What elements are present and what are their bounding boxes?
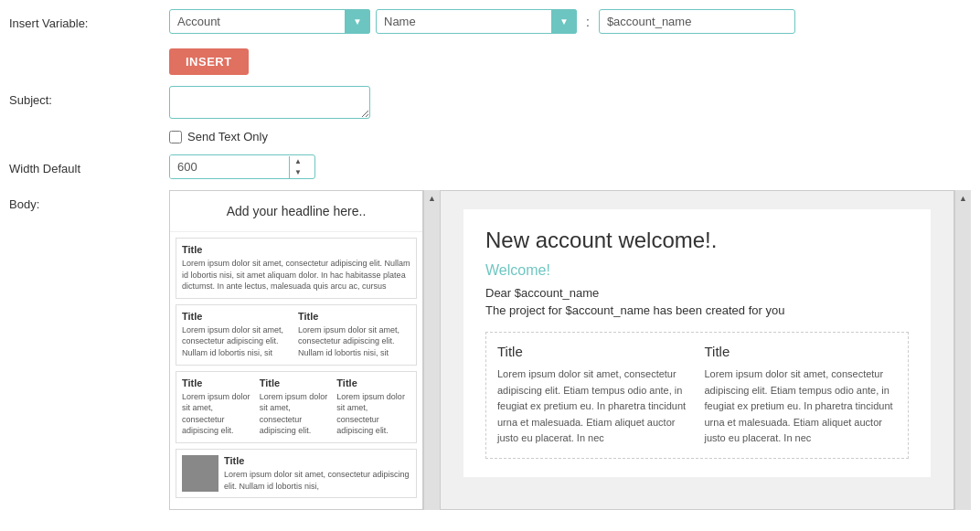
preview-col-right-text: Lorem ipsum dolor sit amet, consectetur … bbox=[705, 366, 898, 447]
spinner-up-button[interactable]: ▲ bbox=[290, 156, 306, 167]
template-item-single[interactable]: Title Lorem ipsum dolor sit amet, consec… bbox=[176, 238, 417, 299]
page-wrapper: Insert Variable: Account Contact User Pr… bbox=[0, 0, 980, 531]
template-img-text-text: Lorem ipsum dolor sit amet, consectetur … bbox=[224, 469, 410, 492]
preview-col-left: Title Lorem ipsum dolor sit amet, consec… bbox=[497, 344, 690, 447]
template-two-col-right-title: Title bbox=[298, 311, 410, 322]
template-item-three-col[interactable]: Title Lorem ipsum dolor sit amet, consec… bbox=[176, 371, 417, 443]
template-three-col-3: Title Lorem ipsum dolor sit amet, consec… bbox=[336, 377, 410, 437]
subject-label: Subject: bbox=[9, 86, 169, 107]
template-img-text-content: Title Lorem ipsum dolor sit amet, consec… bbox=[224, 455, 410, 492]
template-two-col-right-text: Lorem ipsum dolor sit amet, consectetur … bbox=[298, 324, 410, 359]
insert-variable-label: Insert Variable: bbox=[9, 9, 169, 30]
template-headline: Add your headline here.. bbox=[170, 191, 422, 232]
width-input[interactable] bbox=[170, 155, 289, 178]
template-three-col-1-title: Title bbox=[182, 377, 256, 388]
spinner-down-button[interactable]: ▼ bbox=[290, 167, 306, 178]
template-two-col-right: Title Lorem ipsum dolor sit amet, consec… bbox=[298, 311, 410, 359]
template-two-col-left: Title Lorem ipsum dolor sit amet, consec… bbox=[182, 311, 294, 359]
body-panels: Add your headline here.. Title Lorem ips… bbox=[169, 190, 971, 510]
account-select-wrapper: Account Contact User Project bbox=[169, 9, 370, 34]
template-item-img-text[interactable]: Title Lorem ipsum dolor sit amet, consec… bbox=[176, 449, 417, 498]
spinner-buttons: ▲ ▼ bbox=[289, 156, 306, 178]
template-two-col-left-title: Title bbox=[182, 311, 294, 322]
template-three-col-3-title: Title bbox=[336, 377, 410, 388]
template-img-placeholder bbox=[182, 455, 218, 492]
body-label: Body: bbox=[9, 190, 169, 211]
width-default-label: Width Default bbox=[9, 154, 169, 175]
account-select[interactable]: Account Contact User Project bbox=[169, 9, 370, 34]
template-two-col-left-text: Lorem ipsum dolor sit amet, consectetur … bbox=[182, 324, 294, 359]
width-default-controls: ▲ ▼ bbox=[169, 154, 971, 179]
insert-variable-row: Insert Variable: Account Contact User Pr… bbox=[0, 9, 980, 75]
template-item-three-col-inner: Title Lorem ipsum dolor sit amet, consec… bbox=[182, 377, 410, 437]
send-text-only-label: Send Text Only bbox=[187, 130, 268, 143]
subject-input[interactable] bbox=[169, 86, 370, 119]
template-img-text-title: Title bbox=[224, 455, 410, 466]
preview-project: The project for $account_name has been c… bbox=[485, 303, 909, 317]
template-item-two-col[interactable]: Title Lorem ipsum dolor sit amet, consec… bbox=[176, 304, 417, 366]
preview-dear: Dear $account_name bbox=[485, 286, 909, 300]
subject-row: Subject: bbox=[0, 86, 980, 119]
template-three-col-2-title: Title bbox=[260, 377, 334, 388]
template-panel-container: Add your headline here.. Title Lorem ips… bbox=[169, 190, 440, 510]
name-select[interactable]: Name Email Phone Address bbox=[376, 9, 577, 34]
colon-separator: : bbox=[582, 15, 593, 29]
preview-panel-container: New account welcome!. Welcome! Dear $acc… bbox=[440, 190, 971, 510]
template-three-col-1-text: Lorem ipsum dolor sit amet, consectetur … bbox=[182, 391, 256, 437]
variable-result-input[interactable] bbox=[599, 9, 795, 34]
template-panel[interactable]: Add your headline here.. Title Lorem ips… bbox=[169, 190, 423, 510]
send-text-only-controls: Send Text Only bbox=[169, 130, 971, 143]
template-three-col-1: Title Lorem ipsum dolor sit amet, consec… bbox=[182, 377, 256, 437]
preview-welcome: Welcome! bbox=[485, 262, 909, 279]
template-item-single-title: Title bbox=[182, 244, 410, 255]
preview-col-left-title: Title bbox=[497, 344, 690, 359]
preview-panel[interactable]: New account welcome!. Welcome! Dear $acc… bbox=[440, 190, 954, 510]
template-item-two-col-inner: Title Lorem ipsum dolor sit amet, consec… bbox=[182, 311, 410, 359]
preview-col-left-text: Lorem ipsum dolor sit amet, consectetur … bbox=[497, 366, 690, 447]
template-item-img-text-inner: Title Lorem ipsum dolor sit amet, consec… bbox=[182, 455, 410, 492]
send-text-only-checkbox[interactable] bbox=[169, 131, 182, 143]
send-text-only-spacer bbox=[9, 130, 169, 137]
insert-btn-row: INSERT bbox=[169, 41, 971, 75]
name-select-wrapper: Name Email Phone Address bbox=[376, 9, 577, 34]
width-default-row: Width Default ▲ ▼ bbox=[0, 154, 980, 179]
send-text-only-checkbox-row: Send Text Only bbox=[169, 130, 268, 143]
body-row: Body: Add your headline here.. Title Lor… bbox=[0, 190, 980, 510]
width-spinner-wrapper: ▲ ▼ bbox=[169, 154, 315, 179]
template-three-col-3-text: Lorem ipsum dolor sit amet, consectetur … bbox=[336, 391, 410, 437]
template-item-single-text: Lorem ipsum dolor sit amet, consectetur … bbox=[182, 258, 410, 292]
template-three-col-2: Title Lorem ipsum dolor sit amet, consec… bbox=[260, 377, 334, 437]
preview-content: New account welcome!. Welcome! Dear $acc… bbox=[441, 191, 953, 495]
preview-heading: New account welcome!. bbox=[485, 228, 909, 253]
template-three-col-2-text: Lorem ipsum dolor sit amet, consectetur … bbox=[260, 391, 334, 437]
preview-col-right-title: Title bbox=[705, 344, 898, 359]
send-text-only-row: Send Text Only bbox=[0, 130, 980, 143]
preview-two-col: Title Lorem ipsum dolor sit amet, consec… bbox=[485, 332, 909, 459]
insert-button[interactable]: INSERT bbox=[169, 48, 249, 75]
insert-variable-controls: Account Contact User Project Name Email … bbox=[169, 9, 971, 75]
subject-controls bbox=[169, 86, 971, 119]
preview-inner: New account welcome!. Welcome! Dear $acc… bbox=[463, 209, 931, 477]
template-panel-scroll-up[interactable]: ▲ bbox=[423, 190, 440, 510]
preview-col-right: Title Lorem ipsum dolor sit amet, consec… bbox=[705, 344, 898, 447]
preview-panel-scroll-up[interactable]: ▲ bbox=[954, 190, 971, 510]
